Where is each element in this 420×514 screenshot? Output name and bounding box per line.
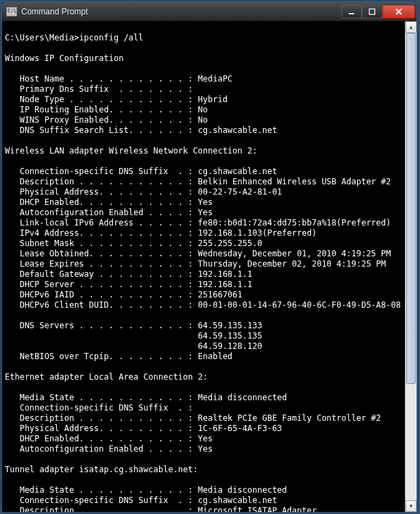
wlan-description: Description . . . . . . . . . . . : Belk… (5, 177, 391, 186)
vertical-scrollbar[interactable]: ▲ ▼ (405, 21, 417, 512)
wlan-lease-obtained: Lease Obtained. . . . . . . . . . : Wedn… (5, 249, 391, 258)
command-prompt-window: Command Prompt C:\Users\Media>ipconfig /… (1, 1, 417, 513)
window-controls (341, 5, 415, 19)
terminal-output: C:\Users\Media>ipconfig /all Windows IP … (5, 23, 403, 512)
command-text: ipconfig /all (79, 33, 143, 42)
scroll-down-button[interactable]: ▼ (406, 500, 417, 512)
maximize-button[interactable] (362, 5, 382, 19)
minimize-icon (348, 8, 355, 15)
node-type: Node Type . . . . . . . . . . . . : Hybr… (5, 95, 227, 104)
wlan-dns-3: 64.59.128.120 (5, 341, 262, 351)
svg-rect-1 (369, 9, 375, 14)
wlan-dns-servers: DNS Servers . . . . . . . . . . . : 64.5… (5, 321, 262, 330)
eth-autoconfig: Autoconfiguration Enabled . . . . : Yes (5, 444, 212, 454)
host-name: Host Name . . . . . . . . . . . . : Medi… (5, 74, 232, 84)
titlebar[interactable]: Command Prompt (2, 2, 417, 21)
close-icon (395, 8, 403, 15)
wlan-header: Wireless LAN adapter Wireless Network Co… (5, 146, 257, 156)
scrollbar-thumb[interactable] (406, 33, 416, 384)
wlan-ipv4: IPv4 Address. . . . . . . . . . . : 192.… (5, 228, 317, 238)
wlan-dhcpv6-iaid: DHCPv6 IAID . . . . . . . . . . . : 2516… (5, 290, 243, 299)
ip-routing: IP Routing Enabled. . . . . . . . : No (5, 105, 208, 114)
eth-header: Ethernet adapter Local Area Connection 2… (5, 372, 208, 382)
cmd-icon (6, 7, 17, 16)
primary-dns-suffix: Primary Dns Suffix . . . . . . . : (5, 84, 193, 94)
wlan-netbios: NetBIOS over Tcpip. . . . . . . . : Enab… (5, 352, 232, 361)
svg-rect-0 (349, 13, 354, 14)
close-button[interactable] (382, 5, 415, 19)
wlan-lease-expires: Lease Expires . . . . . . . . . . : Thur… (5, 259, 386, 269)
eth-media-state: Media State . . . . . . . . . . . : Medi… (5, 393, 287, 402)
wlan-link-local-ipv6: Link-local IPv6 Address . . . . . : fe80… (5, 218, 391, 228)
tunnel-header: Tunnel adapter isatap.cg.shawcable.net: (5, 465, 198, 474)
eth-description: Description . . . . . . . . . . . : Real… (5, 413, 381, 423)
terminal-area[interactable]: C:\Users\Media>ipconfig /all Windows IP … (2, 21, 417, 512)
wlan-autoconfig: Autoconfiguration Enabled . . . . : Yes (5, 208, 212, 217)
wlan-gateway: Default Gateway . . . . . . . . . : 192.… (5, 269, 252, 279)
wlan-dhcp-enabled: DHCP Enabled. . . . . . . . . . . : Yes (5, 197, 212, 207)
wlan-dhcp-server: DHCP Server . . . . . . . . . . . : 192.… (5, 280, 252, 289)
minimize-button[interactable] (341, 5, 362, 19)
tunnel-description: Description . . . . . . . . . . . : Micr… (5, 506, 317, 512)
tunnel-conn-dns: Connection-specific DNS Suffix . : cg.sh… (5, 495, 277, 505)
wlan-dns-2: 64.59.135.135 (5, 331, 262, 341)
wlan-dhcpv6-duid: DHCPv6 Client DUID. . . . . . . . : 00-0… (5, 300, 401, 310)
scroll-up-button[interactable]: ▲ (406, 21, 417, 33)
dns-suffix-search: DNS Suffix Search List. . . . . . : cg.s… (5, 125, 277, 135)
prompt: C:\Users\Media> (5, 33, 79, 42)
eth-conn-dns: Connection-specific DNS Suffix . : (5, 403, 193, 413)
section-header: Windows IP Configuration (5, 53, 123, 63)
wlan-physical-address: Physical Address. . . . . . . . . : 00-2… (5, 187, 282, 197)
tunnel-media-state: Media State . . . . . . . . . . . : Medi… (5, 485, 287, 495)
wlan-subnet: Subnet Mask . . . . . . . . . . . : 255.… (5, 238, 262, 248)
prompt-line: C:\Users\Media>ipconfig /all (5, 33, 143, 42)
eth-physical-address: Physical Address. . . . . . . . . : 1C-6… (5, 424, 282, 433)
wlan-conn-dns: Connection-specific DNS Suffix . : cg.sh… (5, 167, 277, 176)
eth-dhcp: DHCP Enabled. . . . . . . . . . . : Yes (5, 434, 212, 443)
wins-proxy: WINS Proxy Enabled. . . . . . . . : No (5, 115, 208, 125)
maximize-icon (369, 8, 375, 15)
scrollbar-track[interactable] (406, 33, 417, 500)
window-title: Command Prompt (21, 7, 341, 16)
